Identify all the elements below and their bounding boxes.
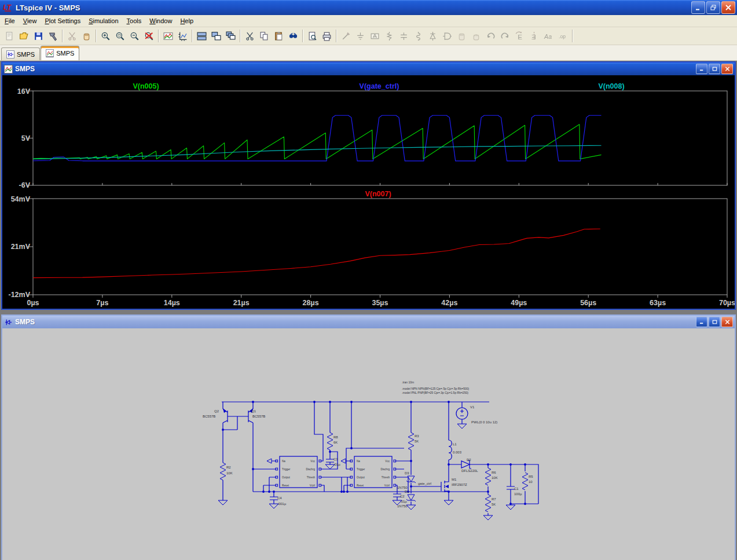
- app-title-bar[interactable]: LT LTspice IV - SMPS: [0, 0, 737, 15]
- schematic-labels: Q2 BC557B Q1 BC557B R2 10K R8 6K C3 .01µ…: [203, 380, 533, 508]
- wire-junction-dot: [313, 401, 316, 403]
- move-button: [454, 28, 469, 43]
- undo-button: [483, 28, 498, 43]
- sch-close-button[interactable]: [721, 317, 733, 327]
- svg-text:E: E: [518, 32, 522, 40]
- ytick-5v: 5V: [21, 134, 31, 142]
- plot-pane-2[interactable]: [33, 199, 727, 295]
- wire-junction-dot: [329, 401, 331, 403]
- wire-junction-dot: [252, 468, 254, 470]
- menu-plot-settings[interactable]: Plot Settings: [41, 16, 85, 26]
- redo-button: [498, 28, 512, 43]
- plot-pane-1[interactable]: [33, 91, 727, 185]
- app-restore-button[interactable]: [706, 1, 720, 14]
- tile-vertical-button[interactable]: [209, 28, 223, 43]
- svg-text:LT: LT: [3, 3, 12, 12]
- sch-maximize-button[interactable]: [709, 317, 720, 327]
- component-button: [440, 28, 454, 43]
- wire-junction-dot: [487, 491, 489, 493]
- tab-bar: SMPS SMPS: [0, 45, 737, 61]
- paste-button[interactable]: [272, 28, 286, 43]
- trace-label-vn005[interactable]: V(n005): [133, 82, 159, 90]
- schematic-window-title-bar[interactable]: SMPS: [2, 316, 735, 328]
- schematic-icon: [6, 50, 14, 58]
- plot-maximize-button[interactable]: [709, 64, 720, 74]
- val-q2: BC557B: [203, 415, 215, 418]
- wire-junction-dot: [448, 401, 450, 403]
- toolbar-separator: [192, 30, 193, 42]
- cascade-button[interactable]: [223, 28, 238, 43]
- print-preview-button[interactable]: [305, 28, 320, 43]
- toolbar-separator: [62, 30, 63, 42]
- save-button[interactable]: [31, 28, 46, 43]
- ref-c2: C2: [400, 495, 405, 498]
- u555-2-pin-vcc: Vcc: [385, 460, 390, 463]
- trace-vn007: [33, 229, 600, 277]
- find-button[interactable]: [286, 28, 300, 43]
- plot-close-button[interactable]: [721, 64, 733, 74]
- val-c3: .01µ: [333, 463, 340, 466]
- schematic-wires: [222, 402, 538, 515]
- ref-c1: C1: [514, 487, 519, 491]
- menu-tools[interactable]: Tools: [123, 16, 146, 26]
- app-minimize-button[interactable]: [691, 1, 705, 14]
- control-panel-button[interactable]: [46, 28, 60, 43]
- zoom-out-button[interactable]: [127, 28, 142, 43]
- menu-view[interactable]: View: [19, 16, 41, 26]
- resistor-button: [382, 28, 397, 43]
- menu-window[interactable]: Window: [145, 16, 176, 26]
- toolbar-separator: [572, 30, 573, 42]
- zoom-full-extents-button[interactable]: [142, 28, 156, 43]
- tile-horizontal-button[interactable]: [195, 28, 209, 43]
- print-button[interactable]: [320, 28, 334, 43]
- tab-smps-schematic[interactable]: SMPS: [1, 47, 40, 60]
- ref-d2: D2: [467, 458, 471, 462]
- ref-r3: R3: [415, 434, 419, 438]
- schematic-symbols: NaVccTriggerDischrgOutputThreshResetVctr…: [218, 401, 528, 520]
- menu-file[interactable]: File: [1, 16, 19, 26]
- pan-button[interactable]: [79, 28, 94, 43]
- copy-button[interactable]: [257, 28, 272, 43]
- trace-label-vn008[interactable]: V(n008): [598, 82, 624, 90]
- val-r7: 5K: [492, 503, 496, 506]
- schematic-window: SMPS: [1, 314, 736, 560]
- plot-minimize-button[interactable]: [696, 64, 707, 74]
- sch-minimize-button[interactable]: [696, 317, 707, 327]
- ytick-21mv: 21mV: [11, 243, 31, 251]
- wire-junction-dot: [350, 447, 353, 449]
- xtick-label: 63µs: [650, 299, 666, 307]
- u555-1-pin-trigger: Trigger: [282, 468, 291, 471]
- ref-r6: R6: [492, 471, 496, 474]
- ref-q2: Q2: [214, 409, 219, 413]
- menu-help[interactable]: Help: [176, 16, 197, 26]
- open-button[interactable]: [17, 28, 31, 43]
- trace-label-vn007[interactable]: V(n007): [365, 190, 391, 198]
- app-title: LTspice IV - SMPS: [16, 3, 691, 12]
- xtick-label: 0µs: [27, 299, 39, 307]
- autorange-plot-button[interactable]: [161, 28, 175, 43]
- trace-label-vgatectrl[interactable]: V(gate_ctrl): [360, 82, 399, 90]
- u555-1-pin-thresh: Thresh: [307, 476, 316, 479]
- waveform-window-title: SMPS: [15, 65, 696, 73]
- toolbar-separator: [336, 30, 337, 42]
- cut-button[interactable]: [243, 28, 257, 43]
- zoom-area-button[interactable]: [113, 28, 127, 43]
- tab-smps-waveform[interactable]: SMPS: [41, 46, 79, 60]
- wire-junction-dot: [346, 491, 349, 493]
- xtick-label: 28µs: [303, 299, 319, 307]
- u555-2-pin-na: Na: [357, 460, 360, 463]
- toolbar-separator: [158, 30, 159, 42]
- plot-axes-button[interactable]: [175, 28, 190, 43]
- plot-area[interactable]: V(n005) V(gate_ctrl) V(n008) V(n007) 16V…: [2, 75, 735, 309]
- menu-simulation[interactable]: Simulation: [85, 16, 122, 26]
- waveform-window-title-bar[interactable]: SMPS: [2, 63, 735, 75]
- waveform-icon: [46, 49, 54, 57]
- wire-junction-dot: [340, 491, 343, 493]
- app-close-button[interactable]: [721, 1, 735, 14]
- toolbar-separator: [240, 30, 241, 42]
- zoom-in-button[interactable]: [98, 28, 113, 43]
- val-c1: 100µ: [514, 492, 522, 496]
- schematic-canvas[interactable]: NaVccTriggerDischrgOutputThreshResetVctr…: [2, 328, 735, 560]
- mdi-area: SMPS V(n005) V(gate_ctrl) V(n008) V(n007…: [0, 61, 737, 560]
- u555-2-pin-dischrg: Dischrg: [380, 468, 390, 471]
